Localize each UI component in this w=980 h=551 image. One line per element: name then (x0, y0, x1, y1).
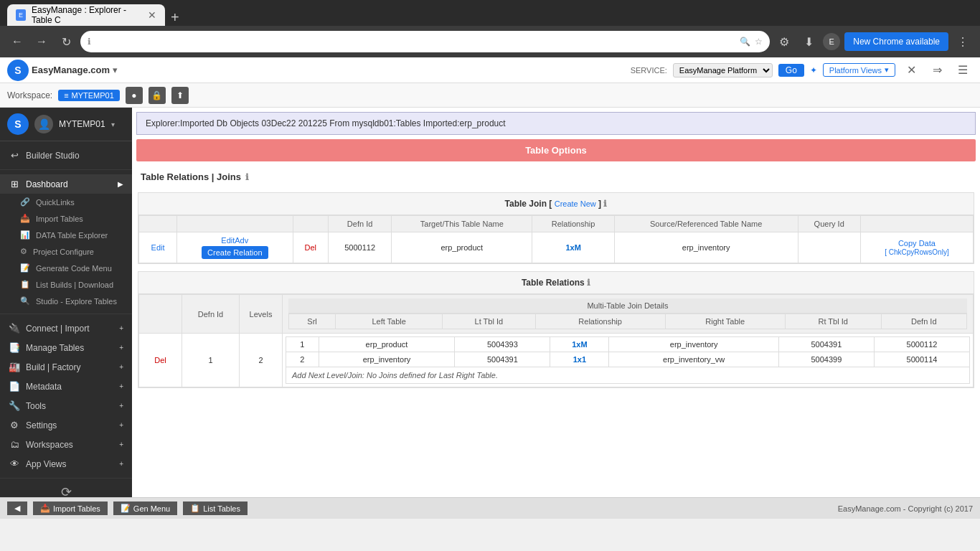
tab-bar: E EasyManage : Explorer - Table C ✕ + (0, 0, 980, 26)
row-del-cell: Del (293, 232, 328, 263)
url-input[interactable]: 127.0.0.1:8080/em/jsp/dn/table_cpy.jsp?u… (95, 37, 735, 47)
footer-send-btn[interactable]: ◀ (7, 501, 27, 515)
sidebar-sub-generate-code[interactable]: 📝 Generate Code Menu (0, 260, 132, 276)
profile-icon[interactable]: E (823, 33, 840, 50)
sidebar-builder-section: ↩ Builder Studio (0, 141, 132, 170)
share-btn[interactable]: ⇒ (927, 60, 947, 80)
sidebar-item-settings[interactable]: ⚙ Settings + (0, 415, 132, 435)
menu-lines-btn[interactable]: ☰ (953, 60, 973, 80)
sidebar-item-connect-import[interactable]: 🔌 Connect | Import + (0, 319, 132, 338)
metadata-label: Metadata (26, 382, 62, 392)
row-edit-cell: Edit (139, 232, 177, 263)
sidebar-item-build-factory[interactable]: 🏭 Build | Factory + (0, 357, 132, 377)
nd-srl-1: 1 (286, 337, 319, 352)
chk-rows-link[interactable]: [ ChkCpyRowsOnly] (885, 248, 948, 256)
sidebar-sub-data-explorer[interactable]: 📊 DATA Table Explorer (0, 227, 132, 243)
forward-btn[interactable]: → (32, 32, 52, 52)
row-source-table: erp_inventory (614, 232, 798, 263)
quicklinks-icon: 🔗 (20, 197, 30, 207)
sidebar-sub-quicklinks[interactable]: 🔗 QuickLinks (0, 194, 132, 210)
new-chrome-button[interactable]: New Chrome available (844, 32, 948, 51)
more-menu-btn[interactable]: ⋮ (953, 32, 973, 52)
multi-join-header-label: Multi-Table Join Details (288, 298, 967, 314)
sidebar-item-dashboard[interactable]: ⊞ Dashboard ▶ (0, 174, 132, 194)
service-select[interactable]: EasyManage Platform (673, 63, 773, 77)
sidebar-item-builder-studio[interactable]: ↩ Builder Studio (0, 146, 132, 165)
tab-close-btn[interactable]: ✕ (148, 9, 156, 21)
add-join-text: Add Next Level/Join: No Joins defined fo… (286, 367, 970, 384)
connect-expand-icon: + (119, 324, 123, 332)
build-factory-label: Build | Factory (26, 362, 80, 372)
gen-menu-btn-label: Gen Menu (133, 504, 170, 513)
workspace-btn1[interactable]: ● (126, 87, 143, 104)
nd-left-table-1: erp_product (319, 337, 455, 352)
nh-left-table: Left Table (336, 314, 443, 329)
section-info-icon[interactable]: ℹ (245, 172, 249, 182)
table-row: Edit EditAdv Create Relation Del 5000112… (139, 232, 974, 263)
nd-srl-2: 2 (286, 352, 319, 367)
section-title: Table Relations | Joins (141, 171, 241, 182)
top-nav: S EasyManage.com ▾ SERVICE: EasyManage P… (0, 57, 980, 83)
del-btn[interactable]: Del (304, 243, 316, 252)
create-relation-btn[interactable]: Create Relation (202, 246, 268, 259)
footer-import-tables-btn[interactable]: 📥 Import Tables (33, 501, 108, 515)
download-btn[interactable]: ⬇ (798, 32, 819, 52)
sidebar-item-tools[interactable]: 🔧 Tools + (0, 396, 132, 415)
footer-left: ◀ 📥 Import Tables 📝 Gen Menu 📋 List Tabl… (7, 501, 248, 515)
copy-data-link[interactable]: Copy Data (898, 239, 936, 248)
list-builds-icon: 📋 (20, 280, 30, 289)
sidebar-sub-import-tables[interactable]: 📥 Import Tables (0, 210, 132, 227)
col-query-id: Query Id (798, 216, 860, 232)
table-relations-table: Defn Id Levels Multi-Table Join Details … (138, 294, 974, 387)
list-item: 1 erp_product 5004393 1xM erp_inventory … (286, 337, 970, 352)
edit-btn[interactable]: Edit (151, 243, 165, 252)
sidebar-item-app-views[interactable]: 👁 App Views + (0, 454, 132, 474)
app-views-expand-icon: + (119, 460, 123, 468)
builder-studio-icon: ↩ (9, 150, 20, 161)
active-tab[interactable]: E EasyManage : Explorer - Table C ✕ (7, 4, 165, 26)
dashboard-expand-icon: ▶ (118, 180, 123, 188)
footer-list-tables-btn[interactable]: 📋 List Tables (183, 501, 248, 515)
app-logo: S (7, 60, 29, 81)
generate-code-icon: 📝 (20, 263, 30, 273)
tr-del-btn[interactable]: Del (154, 356, 166, 364)
connect-import-label: Connect | Import (26, 324, 90, 334)
row-relationship: 1xM (532, 232, 614, 263)
sidebar-sub-list-builds[interactable]: 📋 List Builds | Download (0, 276, 132, 293)
nh-right-table: Right Table (665, 314, 785, 329)
col-defn-id: Defn Id (328, 216, 391, 232)
close-x-btn[interactable]: ✕ (901, 60, 921, 80)
tr-defn-id-val: 1 (182, 334, 240, 387)
reload-btn[interactable]: ↻ (56, 32, 76, 52)
table-relations-info-icon[interactable]: ℹ (587, 278, 590, 288)
tr-joins-cell: 1 erp_product 5004393 1xM erp_inventory … (283, 334, 974, 387)
edit-adv-btn[interactable]: EditAdv (221, 236, 248, 245)
secure-icon: ℹ (88, 37, 91, 47)
back-btn[interactable]: ← (7, 32, 27, 52)
sidebar-sub-studio-explore[interactable]: 🔍 Studio - Explore Tables (0, 293, 132, 309)
info-banner: Explorer:Imported Db Objects 03Dec22 201… (136, 112, 976, 135)
new-tab-button[interactable]: + (171, 9, 179, 26)
go-button[interactable]: Go (778, 64, 804, 77)
table-row: Del 1 2 1 erp_ (139, 334, 974, 387)
sidebar-item-workspaces[interactable]: 🗂 Workspaces + (0, 435, 132, 454)
platform-views-btn[interactable]: Platform Views ▾ (823, 63, 895, 77)
settings-label: Settings (26, 420, 57, 430)
table-join-info-icon[interactable]: ℹ (603, 199, 607, 209)
footer-gen-menu-btn[interactable]: 📝 Gen Menu (113, 501, 177, 515)
add-join-row: Add Next Level/Join: No Joins defined fo… (286, 367, 970, 384)
list-builds-label: List Builds | Download (36, 281, 113, 289)
workspace-btn2[interactable]: 🔒 (149, 87, 166, 104)
create-new-link[interactable]: Create New (555, 199, 596, 208)
sidebar-bottom-icon[interactable]: ⟳ (61, 485, 72, 497)
sidebar-item-metadata[interactable]: 📄 Metadata + (0, 377, 132, 396)
sidebar-item-manage-tables[interactable]: 📑 Manage Tables + (0, 338, 132, 357)
platform-views-chevron: ▾ (885, 65, 889, 75)
sidebar-sub-project-configure[interactable]: ⚙ Project Configure (0, 243, 132, 260)
build-expand-icon: + (119, 363, 123, 371)
nav-right: SERVICE: EasyManage Platform Go ✦ Platfo… (631, 60, 973, 80)
workspace-btn3[interactable]: ⬆ (171, 87, 189, 104)
url-bar[interactable]: ℹ 127.0.0.1:8080/em/jsp/dn/table_cpy.jsp… (80, 31, 770, 52)
table-options-header[interactable]: Table Options (136, 139, 976, 161)
extensions-btn[interactable]: ⚙ (774, 32, 794, 52)
